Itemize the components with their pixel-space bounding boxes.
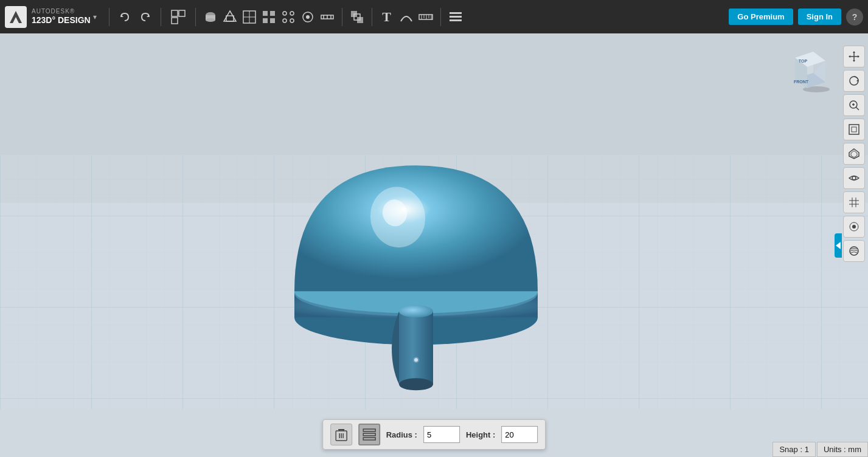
svg-point-81	[852, 176, 856, 180]
height-label: Height :	[466, 430, 495, 439]
svg-rect-18	[270, 18, 275, 23]
svg-point-21	[283, 19, 286, 22]
svg-marker-80	[851, 151, 857, 157]
measure-button[interactable]	[318, 7, 337, 27]
view-cube[interactable]: TOP FRONT	[783, 46, 832, 94]
orbit-button[interactable]	[843, 70, 865, 92]
eye-button[interactable]	[843, 167, 865, 189]
svg-point-53	[399, 305, 433, 317]
height-input[interactable]	[501, 426, 538, 443]
radius-input[interactable]	[423, 426, 460, 443]
svg-text:FRONT: FRONT	[794, 80, 809, 84]
divider-6	[440, 8, 441, 26]
svg-text:TOP: TOP	[799, 59, 808, 63]
perspective-button[interactable]	[843, 143, 865, 165]
svg-rect-3	[172, 10, 178, 16]
undo-button[interactable]	[116, 8, 134, 26]
svg-rect-97	[363, 429, 375, 431]
svg-point-9	[206, 18, 215, 22]
radius-label: Radius :	[386, 430, 417, 439]
svg-point-24	[306, 15, 310, 19]
svg-marker-68	[853, 60, 855, 62]
right-sidebar	[843, 46, 865, 262]
svg-point-22	[290, 19, 294, 22]
svg-rect-17	[263, 18, 268, 23]
status-bar: Snap : 1 Units : mm	[773, 442, 868, 457]
svg-rect-32	[419, 15, 432, 19]
main-toolbar: AUTODESK® 123D° DESIGN ▾	[0, 0, 868, 33]
transform-tool-button[interactable]	[168, 7, 188, 27]
svg-rect-11	[226, 16, 234, 21]
svg-marker-70	[858, 55, 859, 58]
svg-rect-99	[363, 438, 375, 440]
svg-point-20	[290, 12, 294, 15]
svg-rect-98	[363, 433, 375, 436]
primitives-button[interactable]	[201, 7, 220, 27]
svg-rect-39	[450, 16, 462, 18]
svg-point-54	[399, 378, 433, 390]
go-premium-button[interactable]: Go Premium	[729, 9, 793, 25]
svg-rect-16	[270, 11, 275, 16]
construct-button[interactable]	[240, 7, 259, 27]
svg-rect-77	[849, 125, 859, 134]
svg-line-74	[856, 107, 859, 110]
app-name-label: 123D° DESIGN	[32, 15, 91, 26]
cylinder-properties-panel: Radius : Height :	[322, 419, 546, 450]
svg-point-19	[283, 12, 286, 15]
svg-point-86	[852, 225, 856, 228]
modify-button[interactable]	[259, 7, 279, 27]
toolbar-transform-group	[168, 7, 188, 27]
delete-object-button[interactable]	[330, 424, 352, 445]
svg-marker-67	[853, 51, 855, 53]
svg-marker-72	[856, 80, 858, 82]
app-dropdown-icon[interactable]: ▾	[93, 13, 97, 21]
divider-2	[161, 8, 161, 26]
sketch-button[interactable]	[220, 7, 240, 27]
snap3-button[interactable]	[843, 216, 865, 238]
right-toolbar-actions: Go Premium Sign In ?	[729, 9, 863, 26]
divider-4	[342, 8, 342, 26]
help-button[interactable]: ?	[846, 9, 863, 26]
svg-rect-40	[450, 19, 462, 21]
brand-label: AUTODESK®	[32, 8, 91, 15]
redo-button[interactable]	[136, 8, 155, 26]
sign-in-button[interactable]: Sign In	[798, 9, 841, 25]
svg-rect-38	[450, 12, 462, 14]
divider-5	[372, 8, 372, 26]
svg-rect-4	[179, 10, 185, 16]
pattern-button[interactable]	[279, 7, 298, 27]
stack-layers-button[interactable]	[358, 424, 380, 445]
3d-model	[234, 117, 599, 423]
ruler-button[interactable]	[416, 7, 436, 27]
svg-rect-15	[263, 11, 268, 16]
svg-marker-69	[849, 55, 850, 58]
layers-button[interactable]	[446, 7, 465, 27]
snap-button[interactable]	[298, 7, 318, 27]
autodesk-logo-icon	[5, 6, 27, 28]
group-button[interactable]	[347, 7, 367, 27]
bezier-button[interactable]	[397, 7, 416, 27]
3d-viewport[interactable]: TOP FRONT	[0, 33, 868, 457]
pan-button[interactable]	[843, 46, 865, 67]
svg-point-56	[414, 358, 418, 362]
units-status[interactable]: Units : mm	[817, 442, 868, 457]
text-button[interactable]: T	[377, 7, 397, 27]
collapse-tab[interactable]	[835, 233, 842, 258]
svg-rect-5	[172, 18, 178, 24]
logo-area[interactable]: AUTODESK® 123D° DESIGN ▾	[5, 6, 97, 28]
divider-3	[195, 8, 196, 26]
divider-1	[109, 8, 109, 26]
grid-toggle-button[interactable]	[843, 191, 865, 213]
material-button[interactable]	[843, 240, 865, 262]
snap-status[interactable]: Snap : 1	[773, 442, 815, 457]
svg-rect-78	[852, 127, 856, 132]
svg-marker-89	[836, 242, 841, 249]
zoom-button[interactable]	[843, 94, 865, 116]
svg-rect-52	[399, 311, 433, 384]
fit-button[interactable]	[843, 119, 865, 140]
logo-text: AUTODESK® 123D° DESIGN	[32, 8, 91, 26]
